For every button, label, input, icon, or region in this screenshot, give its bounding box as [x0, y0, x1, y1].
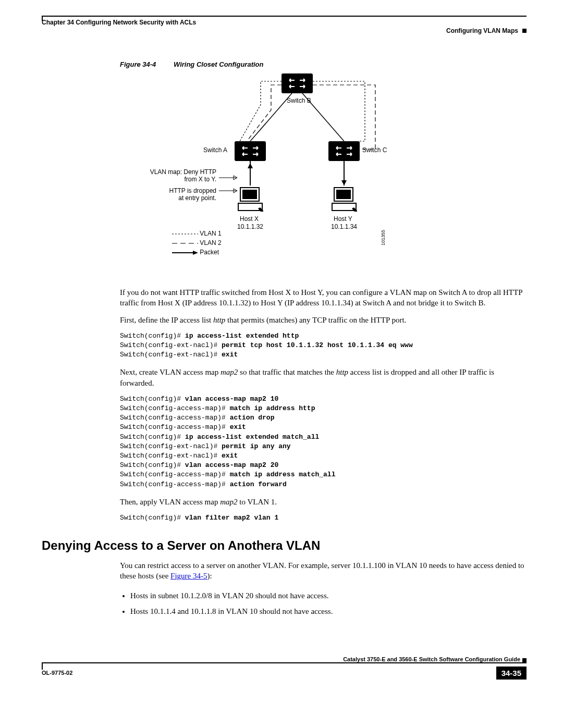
host-y-ip: 10.1.1.34: [331, 223, 357, 230]
paragraph-next-create: Next, create VLAN access map map2 so tha…: [120, 367, 527, 388]
legend-packet: Packet: [200, 249, 219, 256]
paragraph-first-define: First, define the IP access list http th…: [120, 315, 527, 325]
legend-vlan2: VLAN 2: [200, 239, 221, 246]
code-block-2: Switch(config)# vlan access-map map2 10 …: [120, 394, 527, 489]
host-x-ip: 10.1.1.32: [237, 223, 263, 230]
section-title: Configuring VLAN Maps: [446, 27, 518, 34]
svg-rect-5: [242, 190, 257, 199]
host-y-icon: [331, 186, 357, 212]
svg-marker-15: [193, 251, 198, 255]
svg-marker-3: [341, 180, 347, 186]
svg-rect-10: [332, 203, 356, 211]
legend-vlan1: VLAN 1: [200, 230, 221, 237]
list-item: Hosts 10.1.1.4 and 10.1.1.8 in VLAN 10 s…: [130, 605, 527, 618]
footer-guide-title: Catalyst 3750-E and 3560-E Switch Softwa…: [42, 656, 527, 662]
code-block-3: Switch(config)# vlan filter map2 vlan 1: [120, 513, 527, 523]
footer-doc-number: OL-9775-02: [42, 670, 72, 676]
figure-diagram: Switch B Switch A Switch C: [120, 73, 412, 266]
paragraph-then-apply: Then, apply VLAN access map map2 to VLAN…: [120, 497, 527, 507]
figure-xref-link[interactable]: Figure 34-5: [170, 572, 207, 580]
svg-rect-6: [238, 203, 262, 211]
page-number: 34-35: [496, 667, 527, 680]
code-block-1: Switch(config)# ip access-list extended …: [120, 331, 527, 360]
host-y-label: Host Y: [334, 215, 352, 223]
svg-marker-2: [248, 163, 253, 168]
section-heading-deny-access: Denying Access to a Server on Anothera V…: [42, 538, 527, 553]
figure-sidecode: 101355: [381, 230, 386, 245]
paragraph-intro: If you do not want HTTP traffic switched…: [120, 287, 527, 309]
svg-rect-9: [336, 190, 351, 199]
http-drop-note-2: at entry point.: [136, 194, 216, 202]
paragraph-restrict: You can restrict access to a server on a…: [120, 560, 527, 582]
chapter-title: Chapter 34 Configuring Network Security …: [42, 19, 527, 26]
host-x-icon: [237, 186, 263, 212]
vlan-map-note-2: from X to Y.: [136, 176, 216, 183]
http-drop-note-1: HTTP is dropped: [136, 187, 216, 194]
figure-number: Figure 34-4: [120, 60, 156, 68]
vlan-map-note-1: VLAN map: Deny HTTP: [136, 168, 216, 176]
section-marker-icon: [522, 29, 527, 33]
list-item: Hosts in subnet 10.1.2.0/8 in VLAN 20 sh…: [130, 589, 527, 602]
bullet-list: Hosts in subnet 10.1.2.0/8 in VLAN 20 sh…: [120, 589, 527, 618]
figure-title: Wiring Closet Configuration: [174, 60, 263, 68]
host-x-label: Host X: [240, 215, 259, 223]
